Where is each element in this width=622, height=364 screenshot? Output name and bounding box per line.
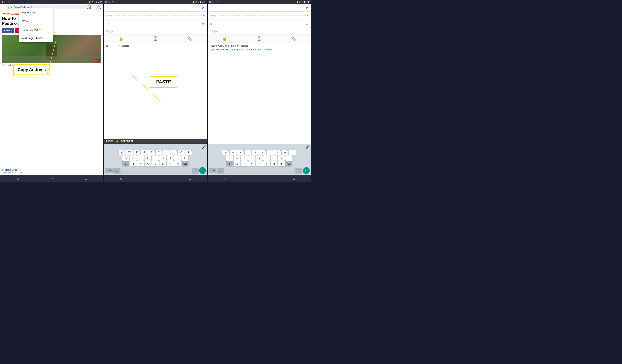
shift-key-s2[interactable]: ▲ [122,161,129,166]
key-h-s2[interactable]: H [159,155,166,161]
mic-icon-s2[interactable]: 🎤 [202,145,206,149]
lock-toolbar-icon-s3[interactable]: 🔒 [222,36,227,41]
key-p-s2[interactable]: 0P [185,150,192,155]
share-facebook-button[interactable]: f Share [2,28,14,33]
key-o-s2[interactable]: 9O [178,150,185,155]
home-nav-icon[interactable]: ○ [51,177,53,180]
email-body-s3[interactable]: How to Copy and Paste on Android https:/… [208,42,311,144]
tab-count[interactable]: 3 [87,5,91,9]
space-key-s3[interactable] [224,167,295,174]
key-j-s3[interactable]: j [271,155,277,161]
key-w-s2[interactable]: 2W [126,150,133,155]
key-n-s3[interactable]: n [271,161,277,166]
attach-toolbar-icon-s2[interactable]: 📎 [187,36,192,41]
recent-nav-icon-s2[interactable]: □ [189,177,191,180]
from-dropdown-icon[interactable]: ▾ [203,14,205,18]
key-a-s2[interactable]: A [122,155,129,161]
key-m-s3[interactable]: m [278,161,285,166]
send-button-s2[interactable]: ➤ [202,5,205,10]
key-i-s2[interactable]: 8I [171,150,177,155]
subject-field-s3[interactable]: Subject [208,28,311,35]
home-nav-icon-s3[interactable]: ○ [258,177,260,180]
home-nav-icon-s2[interactable]: ○ [155,177,157,180]
attach-toolbar-icon-s3[interactable]: 📎 [291,36,296,41]
back-nav-icon-s2[interactable]: ▽ [120,177,122,180]
key-c-s2[interactable]: C [145,161,152,166]
key-x-s3[interactable]: x [241,161,248,166]
key-m-s2[interactable]: M [174,161,181,166]
key-c-s3[interactable]: c [248,161,255,166]
key-k-s2[interactable]: K [174,155,181,161]
key-d-s2[interactable]: D [137,155,144,161]
key-q-s3[interactable]: 1q [222,150,229,155]
pin-it-badge[interactable]: Pin it [94,59,100,62]
back-nav-icon-s3[interactable]: ▽ [224,177,226,180]
key-d-s3[interactable]: d [241,155,248,161]
back-button-s2[interactable]: ← [106,5,110,10]
search-icon[interactable]: 🔍 [97,5,102,9]
add-page-shortcut-item[interactable]: Add Page Shortcut [19,34,53,42]
symbols-key-s3[interactable]: ?123 [209,168,216,173]
back-button-s3[interactable]: ← [210,5,214,10]
paste-and-go-item[interactable]: Paste & Go [19,8,53,17]
key-y-s3[interactable]: 6y [259,150,266,155]
key-v-s3[interactable]: v [256,161,263,166]
enter-key-s3[interactable]: ↵ [303,167,310,174]
key-z-s2[interactable]: Z [130,161,137,166]
key-u-s3[interactable]: 7u [267,150,274,155]
lock-toolbar-icon-s2[interactable]: 🔒 [119,36,123,41]
to-add-icon-s3[interactable]: ⊕ [306,22,309,26]
key-f-s3[interactable]: f [248,155,255,161]
dots-menu-icon[interactable]: ⋮ [92,5,96,9]
key-b-s2[interactable]: B [159,161,166,166]
from-dropdown-icon-s3[interactable]: ▾ [307,14,309,18]
key-w-s3[interactable]: 2w [230,150,237,155]
key-e-s3[interactable]: 3e [237,150,244,155]
back-nav-icon[interactable]: ◁ [16,177,19,180]
key-g-s2[interactable]: G [152,155,159,161]
key-i-s3[interactable]: 8i [274,150,281,155]
key-s-s2[interactable]: S [130,155,136,161]
recent-nav-icon-s3[interactable]: □ [293,177,295,180]
email-body-s2[interactable]: H n Android [104,42,207,139]
to-field-s2[interactable]: To ⊕ [104,20,207,28]
key-z-s3[interactable]: z [234,161,240,166]
key-a-s3[interactable]: a [226,155,233,161]
timer-toolbar-icon-s3[interactable]: ⏳ [257,36,261,41]
key-b-s3[interactable]: b [263,161,270,166]
key-n-s2[interactable]: N [167,161,174,166]
key-t-s2[interactable]: 5T [148,150,155,155]
key-o-s3[interactable]: 9o [282,150,289,155]
to-add-icon[interactable]: ⊕ [202,22,205,26]
shift-key-s3[interactable]: ▲ [226,161,233,166]
comma-key-s3[interactable]: , [217,168,224,173]
key-v-s2[interactable]: V [152,161,159,166]
paste-item[interactable]: Paste [19,17,53,25]
hamburger-icon[interactable]: ☰ [1,5,4,9]
enter-key-s2[interactable]: ↵ [199,167,206,174]
key-k-s3[interactable]: k [278,155,285,161]
key-l-s2[interactable]: L [181,155,188,161]
key-r-s2[interactable]: 4R [141,150,148,155]
symbols-key-s2[interactable]: ?123 [105,168,113,173]
key-e-s2[interactable]: 3E [134,150,140,155]
author-name[interactable]: Tricia Goss [5,169,17,171]
comma-key-s2[interactable]: , [113,168,120,173]
key-f-s2[interactable]: F [144,155,151,161]
mic-icon-s3[interactable]: 🎤 [306,145,310,149]
key-t-s3[interactable]: 5t [252,150,259,155]
key-h-s3[interactable]: h [263,155,270,161]
to-field-s3[interactable]: To ⊕ [208,20,311,28]
recent-nav-icon[interactable]: □ [85,177,87,180]
paste-toolbar-button[interactable]: PASTE [106,140,113,143]
send-button-s3[interactable]: ➤ [305,5,309,10]
key-r-s3[interactable]: 4r [245,150,252,155]
timer-toolbar-icon-s2[interactable]: ⏳ [153,36,158,41]
copy-address-item[interactable]: Copy Address [19,25,53,34]
key-y-s2[interactable]: 6Y [156,150,162,155]
key-s-s3[interactable]: s [234,155,240,161]
key-q-s2[interactable]: 1Q [119,150,126,155]
key-u-s2[interactable]: 7U [163,150,170,155]
space-key-s2[interactable] [121,167,191,174]
select-all-toolbar-button[interactable]: SELECT ALL [121,140,135,143]
